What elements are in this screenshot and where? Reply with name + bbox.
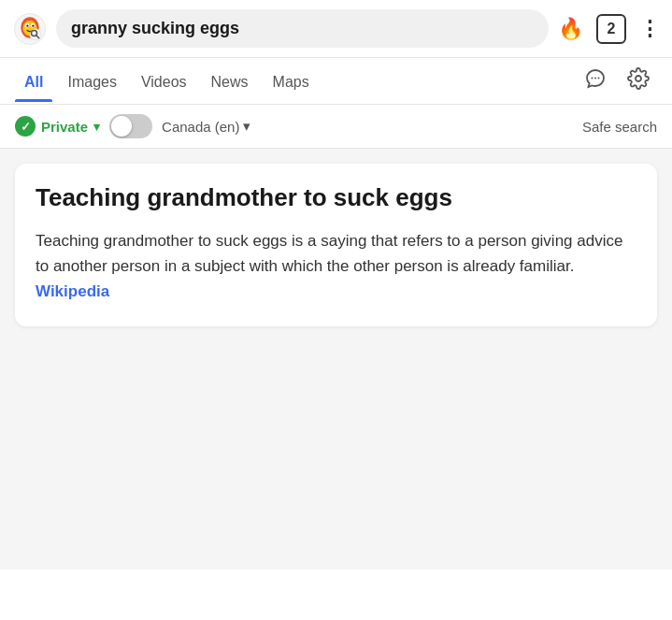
more-options-icon[interactable]: ⋮ xyxy=(639,17,659,41)
search-query-text: granny sucking eggs xyxy=(71,19,239,38)
private-mode-button[interactable]: ✓ Private ▾ xyxy=(15,116,100,137)
svg-point-12 xyxy=(598,78,600,79)
tab-videos[interactable]: Videos xyxy=(132,61,196,102)
header: granny sucking eggs 🔥 2 ⋮ xyxy=(0,0,672,58)
private-label: Private xyxy=(41,119,88,135)
toggle-switch[interactable] xyxy=(109,114,152,138)
svg-point-6 xyxy=(32,24,34,26)
svg-point-11 xyxy=(594,78,596,79)
toggle-container xyxy=(109,114,152,138)
filter-bar: ✓ Private ▾ Canada (en) ▾ Safe search xyxy=(0,105,672,149)
result-card: Teaching grandmother to suck eggs Teachi… xyxy=(15,164,657,326)
svg-point-10 xyxy=(592,78,593,79)
wikipedia-link[interactable]: Wikipedia xyxy=(36,282,109,300)
nav-tabs: All Images Videos News Maps xyxy=(0,58,672,105)
results-area: Teaching grandmother to suck eggs Teachi… xyxy=(0,149,672,570)
safe-search-button[interactable]: Safe search xyxy=(582,119,657,135)
settings-icon[interactable] xyxy=(620,58,657,104)
region-chevron-icon: ▾ xyxy=(243,118,250,135)
tab-maps[interactable]: Maps xyxy=(264,61,319,102)
tab-count-badge[interactable]: 2 xyxy=(596,14,626,44)
private-check-icon: ✓ xyxy=(15,116,36,137)
region-selector[interactable]: Canada (en) ▾ xyxy=(162,118,250,135)
svg-point-5 xyxy=(26,24,28,26)
tab-news[interactable]: News xyxy=(202,61,258,102)
result-description-text: Teaching grandmother to suck eggs is a s… xyxy=(36,232,622,275)
chat-icon[interactable] xyxy=(577,58,614,104)
search-bar[interactable]: granny sucking eggs xyxy=(56,9,549,48)
tab-images[interactable]: Images xyxy=(58,61,125,102)
region-label: Canada (en) xyxy=(162,119,239,135)
header-icons: 🔥 2 ⋮ xyxy=(558,14,659,44)
result-title: Teaching grandmother to suck eggs xyxy=(36,182,636,213)
tab-all[interactable]: All xyxy=(15,61,52,102)
flame-icon[interactable]: 🔥 xyxy=(558,17,583,41)
ddg-logo-icon[interactable] xyxy=(13,12,47,46)
toggle-knob xyxy=(111,116,132,137)
result-description: Teaching grandmother to suck eggs is a s… xyxy=(36,228,636,305)
private-chevron-icon: ▾ xyxy=(93,120,100,134)
